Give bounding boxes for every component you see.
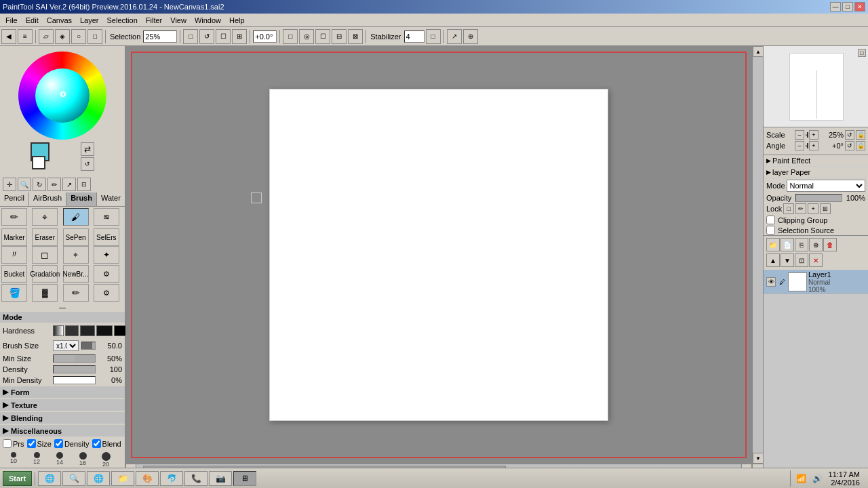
density-slider[interactable] <box>53 365 96 373</box>
form-section[interactable]: ▶ Form <box>0 386 125 398</box>
preview-zoom-btn[interactable]: □ <box>858 49 866 57</box>
layer-action-x[interactable]: ✕ <box>809 253 823 267</box>
layer-paper-section[interactable]: ▶ layer Paper <box>764 167 868 178</box>
reset-colors-btn[interactable]: ↺ <box>81 157 94 171</box>
tool-settings-icon[interactable]: ⚙ <box>94 284 119 302</box>
minimize-button[interactable]: — <box>830 2 841 12</box>
preset-12[interactable]: 12 <box>26 452 47 468</box>
move-up-btn[interactable]: ▲ <box>766 253 780 267</box>
angle-input[interactable] <box>253 30 277 43</box>
texture-section[interactable]: ▶ Texture <box>0 399 125 411</box>
toolbar-nav[interactable]: ≡ <box>18 29 33 44</box>
scroll-up[interactable]: ▲ <box>753 46 764 57</box>
toolbar-shape-4[interactable]: □ <box>87 29 102 44</box>
tool-bucket[interactable]: Bucket <box>1 265 27 283</box>
close-button[interactable]: ✕ <box>854 2 865 12</box>
blend-checkbox[interactable] <box>92 439 101 448</box>
tab-airbrush[interactable]: AirBrush <box>29 192 66 206</box>
zoom-input[interactable] <box>143 30 177 43</box>
toolbar-view-4[interactable]: ⊞ <box>232 29 247 44</box>
menu-canvas[interactable]: Canvas <box>43 15 76 26</box>
prs-checkbox[interactable] <box>3 439 12 448</box>
layer-eye-0[interactable]: 👁 <box>766 277 776 287</box>
angle-lock[interactable]: 🔒 <box>856 141 865 150</box>
hardness-4[interactable] <box>96 325 113 336</box>
density-checkbox[interactable] <box>54 439 63 448</box>
scale-decrease[interactable]: – <box>795 130 804 140</box>
menu-edit[interactable]: Edit <box>22 15 43 26</box>
toolbar-view-3[interactable]: ☐ <box>216 29 231 44</box>
lock-icon-3[interactable]: + <box>808 203 818 214</box>
layer-item-0[interactable]: 👁 🖊 Layer1 Normal 100% <box>764 270 868 294</box>
angle-increase[interactable]: + <box>809 141 818 150</box>
angle-slider[interactable] <box>806 145 808 147</box>
layer-action-3[interactable]: ⊡ <box>795 253 808 267</box>
merge-down-btn[interactable]: ⊕ <box>809 238 823 251</box>
tray-network-icon[interactable]: 📶 <box>796 473 807 484</box>
toolbar-pen-2[interactable]: ⊕ <box>463 29 478 44</box>
tool-marker-icon[interactable]: 〃 <box>1 246 27 264</box>
angle-decrease[interactable]: – <box>795 141 804 150</box>
selection-source-checkbox[interactable] <box>766 226 775 235</box>
layer-mode-select[interactable]: Normal <box>787 180 865 192</box>
move-down-btn[interactable]: ▼ <box>781 253 794 267</box>
toolbar-shape-3[interactable]: ○ <box>71 29 86 44</box>
preset-20[interactable]: 20 <box>95 452 117 468</box>
lock-icon-4[interactable]: ⊞ <box>820 203 831 214</box>
taskbar-dolphin[interactable]: 🐬 <box>160 471 183 486</box>
canvas-viewport[interactable] <box>125 46 752 464</box>
toolbar-canvas-3[interactable]: ☐ <box>315 29 330 44</box>
taskbar-search[interactable]: 🔍 <box>62 471 85 486</box>
scroll-down[interactable]: ▼ <box>753 453 764 464</box>
menu-help[interactable]: Help <box>225 15 249 26</box>
brush-icon-texture[interactable]: ≋ <box>94 208 119 226</box>
toolbar-stab-toggle[interactable]: □ <box>426 29 441 44</box>
paint-effect-section[interactable]: ▶ Paint Effect <box>764 155 868 167</box>
taskbar-chrome[interactable]: 🌐 <box>87 471 110 486</box>
tray-volume-icon[interactable]: 🔊 <box>812 473 823 484</box>
menu-layer[interactable]: Layer <box>76 15 103 26</box>
tab-water[interactable]: Water <box>97 192 125 206</box>
extra-tool2[interactable]: ⊡ <box>77 178 91 191</box>
scroll-track-v[interactable] <box>753 57 763 453</box>
taskbar-explorer[interactable]: 📁 <box>111 471 134 486</box>
start-button[interactable]: Start <box>3 471 32 486</box>
delete-layer-action-btn[interactable]: 🗑 <box>823 238 837 251</box>
brush-icon-round[interactable]: ⌖ <box>32 208 58 226</box>
taskbar-ie[interactable]: 🌐 <box>38 471 61 486</box>
opacity-slider[interactable] <box>795 194 842 202</box>
eyedrop-tool[interactable]: ✏ <box>47 178 61 191</box>
preset-10[interactable]: 10 <box>3 452 24 468</box>
maximize-button[interactable]: □ <box>842 2 853 12</box>
duplicate-layer-btn[interactable]: ⎘ <box>795 238 808 251</box>
tool-eraser-icon[interactable]: ◻ <box>32 246 58 264</box>
tool-sepen-icon[interactable]: ⌖ <box>63 246 89 264</box>
tool-seers-icon[interactable]: ✦ <box>94 246 119 264</box>
toolbar-canvas-4[interactable]: ⊟ <box>332 29 347 44</box>
hardness-3[interactable] <box>80 325 95 336</box>
menu-window[interactable]: Window <box>191 15 225 26</box>
tool-newbr[interactable]: NewBr... <box>63 265 89 283</box>
extra-tool[interactable]: ↗ <box>62 178 76 191</box>
hardness-1[interactable] <box>53 325 64 336</box>
brush-size-multiplier[interactable]: x1.0 <box>53 340 79 351</box>
menu-file[interactable]: File <box>1 15 22 26</box>
rotate-tool[interactable]: ↻ <box>33 178 46 191</box>
taskbar-sai[interactable]: 🖥 <box>233 471 256 486</box>
preset-16[interactable]: 16 <box>72 452 94 468</box>
tool-gradient-icon[interactable]: ▓ <box>32 284 58 302</box>
menu-filter[interactable]: Filter <box>142 15 166 26</box>
taskbar-camera[interactable]: 📷 <box>209 471 232 486</box>
clipping-group-checkbox[interactable] <box>766 216 775 224</box>
blending-section[interactable]: ▶ Blending <box>0 412 125 424</box>
tool-extra[interactable]: ⚙ <box>94 265 119 283</box>
tool-sepen[interactable]: SePen <box>63 228 89 246</box>
move-tool[interactable]: ✛ <box>3 178 16 191</box>
taskbar-skype[interactable]: 📞 <box>184 471 208 486</box>
angle-reset[interactable]: ↺ <box>845 141 854 150</box>
background-color[interactable] <box>32 156 45 169</box>
color-wheel-container[interactable] <box>18 52 106 140</box>
taskbar-photoshop[interactable]: 🎨 <box>136 471 159 486</box>
new-layer-btn[interactable]: 📄 <box>781 238 794 251</box>
tool-marker[interactable]: Marker <box>1 228 27 246</box>
